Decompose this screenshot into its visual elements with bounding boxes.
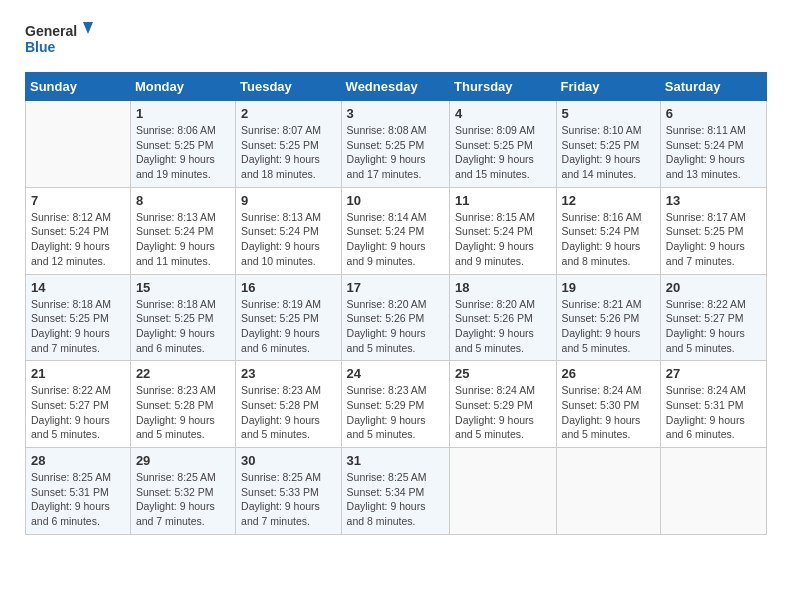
calendar-cell: 19Sunrise: 8:21 AMSunset: 5:26 PMDayligh… — [556, 274, 660, 361]
day-info: Sunrise: 8:08 AMSunset: 5:25 PMDaylight:… — [347, 123, 444, 182]
calendar-cell — [450, 448, 557, 535]
day-number: 9 — [241, 193, 336, 208]
day-number: 27 — [666, 366, 761, 381]
day-info: Sunrise: 8:11 AMSunset: 5:24 PMDaylight:… — [666, 123, 761, 182]
logo-svg: General Blue — [25, 20, 95, 62]
calendar-cell: 9Sunrise: 8:13 AMSunset: 5:24 PMDaylight… — [236, 187, 342, 274]
calendar-cell: 15Sunrise: 8:18 AMSunset: 5:25 PMDayligh… — [130, 274, 235, 361]
day-number: 31 — [347, 453, 444, 468]
day-info: Sunrise: 8:24 AMSunset: 5:30 PMDaylight:… — [562, 383, 655, 442]
day-info: Sunrise: 8:23 AMSunset: 5:28 PMDaylight:… — [241, 383, 336, 442]
day-info: Sunrise: 8:10 AMSunset: 5:25 PMDaylight:… — [562, 123, 655, 182]
calendar-cell: 27Sunrise: 8:24 AMSunset: 5:31 PMDayligh… — [660, 361, 766, 448]
day-info: Sunrise: 8:07 AMSunset: 5:25 PMDaylight:… — [241, 123, 336, 182]
calendar-cell: 11Sunrise: 8:15 AMSunset: 5:24 PMDayligh… — [450, 187, 557, 274]
day-number: 13 — [666, 193, 761, 208]
calendar-cell: 28Sunrise: 8:25 AMSunset: 5:31 PMDayligh… — [26, 448, 131, 535]
day-info: Sunrise: 8:22 AMSunset: 5:27 PMDaylight:… — [31, 383, 125, 442]
calendar-cell — [660, 448, 766, 535]
svg-text:General: General — [25, 23, 77, 39]
day-number: 23 — [241, 366, 336, 381]
calendar-cell: 2Sunrise: 8:07 AMSunset: 5:25 PMDaylight… — [236, 101, 342, 188]
calendar-cell — [26, 101, 131, 188]
day-info: Sunrise: 8:17 AMSunset: 5:25 PMDaylight:… — [666, 210, 761, 269]
calendar-cell: 31Sunrise: 8:25 AMSunset: 5:34 PMDayligh… — [341, 448, 449, 535]
calendar-cell: 3Sunrise: 8:08 AMSunset: 5:25 PMDaylight… — [341, 101, 449, 188]
day-info: Sunrise: 8:16 AMSunset: 5:24 PMDaylight:… — [562, 210, 655, 269]
calendar-cell: 20Sunrise: 8:22 AMSunset: 5:27 PMDayligh… — [660, 274, 766, 361]
calendar-cell: 10Sunrise: 8:14 AMSunset: 5:24 PMDayligh… — [341, 187, 449, 274]
day-number: 17 — [347, 280, 444, 295]
calendar-week-row: 7Sunrise: 8:12 AMSunset: 5:24 PMDaylight… — [26, 187, 767, 274]
day-number: 28 — [31, 453, 125, 468]
day-info: Sunrise: 8:23 AMSunset: 5:29 PMDaylight:… — [347, 383, 444, 442]
day-info: Sunrise: 8:23 AMSunset: 5:28 PMDaylight:… — [136, 383, 230, 442]
calendar-cell: 12Sunrise: 8:16 AMSunset: 5:24 PMDayligh… — [556, 187, 660, 274]
calendar-cell: 21Sunrise: 8:22 AMSunset: 5:27 PMDayligh… — [26, 361, 131, 448]
day-info: Sunrise: 8:12 AMSunset: 5:24 PMDaylight:… — [31, 210, 125, 269]
day-number: 10 — [347, 193, 444, 208]
calendar-header-row: SundayMondayTuesdayWednesdayThursdayFrid… — [26, 73, 767, 101]
day-number: 21 — [31, 366, 125, 381]
svg-text:Blue: Blue — [25, 39, 56, 55]
calendar-cell: 18Sunrise: 8:20 AMSunset: 5:26 PMDayligh… — [450, 274, 557, 361]
day-number: 5 — [562, 106, 655, 121]
calendar-cell: 8Sunrise: 8:13 AMSunset: 5:24 PMDaylight… — [130, 187, 235, 274]
day-number: 19 — [562, 280, 655, 295]
day-info: Sunrise: 8:09 AMSunset: 5:25 PMDaylight:… — [455, 123, 551, 182]
calendar-cell: 29Sunrise: 8:25 AMSunset: 5:32 PMDayligh… — [130, 448, 235, 535]
day-info: Sunrise: 8:25 AMSunset: 5:33 PMDaylight:… — [241, 470, 336, 529]
page-header: General Blue — [25, 20, 767, 62]
calendar-cell: 24Sunrise: 8:23 AMSunset: 5:29 PMDayligh… — [341, 361, 449, 448]
day-number: 3 — [347, 106, 444, 121]
calendar-cell: 4Sunrise: 8:09 AMSunset: 5:25 PMDaylight… — [450, 101, 557, 188]
calendar-header-thursday: Thursday — [450, 73, 557, 101]
calendar-cell: 22Sunrise: 8:23 AMSunset: 5:28 PMDayligh… — [130, 361, 235, 448]
calendar-header-friday: Friday — [556, 73, 660, 101]
calendar-table: SundayMondayTuesdayWednesdayThursdayFrid… — [25, 72, 767, 535]
calendar-cell: 5Sunrise: 8:10 AMSunset: 5:25 PMDaylight… — [556, 101, 660, 188]
day-info: Sunrise: 8:20 AMSunset: 5:26 PMDaylight:… — [455, 297, 551, 356]
calendar-cell: 30Sunrise: 8:25 AMSunset: 5:33 PMDayligh… — [236, 448, 342, 535]
day-info: Sunrise: 8:14 AMSunset: 5:24 PMDaylight:… — [347, 210, 444, 269]
calendar-cell: 14Sunrise: 8:18 AMSunset: 5:25 PMDayligh… — [26, 274, 131, 361]
day-number: 25 — [455, 366, 551, 381]
day-number: 14 — [31, 280, 125, 295]
calendar-week-row: 1Sunrise: 8:06 AMSunset: 5:25 PMDaylight… — [26, 101, 767, 188]
calendar-cell: 25Sunrise: 8:24 AMSunset: 5:29 PMDayligh… — [450, 361, 557, 448]
svg-marker-2 — [83, 22, 93, 34]
day-number: 7 — [31, 193, 125, 208]
calendar-cell: 7Sunrise: 8:12 AMSunset: 5:24 PMDaylight… — [26, 187, 131, 274]
day-info: Sunrise: 8:13 AMSunset: 5:24 PMDaylight:… — [136, 210, 230, 269]
calendar-week-row: 28Sunrise: 8:25 AMSunset: 5:31 PMDayligh… — [26, 448, 767, 535]
day-number: 24 — [347, 366, 444, 381]
day-info: Sunrise: 8:18 AMSunset: 5:25 PMDaylight:… — [136, 297, 230, 356]
day-number: 2 — [241, 106, 336, 121]
calendar-header-tuesday: Tuesday — [236, 73, 342, 101]
calendar-header-wednesday: Wednesday — [341, 73, 449, 101]
day-number: 1 — [136, 106, 230, 121]
day-number: 18 — [455, 280, 551, 295]
day-number: 15 — [136, 280, 230, 295]
calendar-week-row: 14Sunrise: 8:18 AMSunset: 5:25 PMDayligh… — [26, 274, 767, 361]
day-number: 26 — [562, 366, 655, 381]
day-number: 4 — [455, 106, 551, 121]
day-info: Sunrise: 8:25 AMSunset: 5:32 PMDaylight:… — [136, 470, 230, 529]
day-number: 11 — [455, 193, 551, 208]
day-info: Sunrise: 8:06 AMSunset: 5:25 PMDaylight:… — [136, 123, 230, 182]
day-info: Sunrise: 8:13 AMSunset: 5:24 PMDaylight:… — [241, 210, 336, 269]
day-number: 22 — [136, 366, 230, 381]
day-number: 8 — [136, 193, 230, 208]
calendar-cell: 1Sunrise: 8:06 AMSunset: 5:25 PMDaylight… — [130, 101, 235, 188]
calendar-header-monday: Monday — [130, 73, 235, 101]
day-info: Sunrise: 8:21 AMSunset: 5:26 PMDaylight:… — [562, 297, 655, 356]
day-info: Sunrise: 8:24 AMSunset: 5:29 PMDaylight:… — [455, 383, 551, 442]
day-info: Sunrise: 8:24 AMSunset: 5:31 PMDaylight:… — [666, 383, 761, 442]
calendar-cell: 13Sunrise: 8:17 AMSunset: 5:25 PMDayligh… — [660, 187, 766, 274]
day-info: Sunrise: 8:18 AMSunset: 5:25 PMDaylight:… — [31, 297, 125, 356]
day-info: Sunrise: 8:25 AMSunset: 5:34 PMDaylight:… — [347, 470, 444, 529]
day-info: Sunrise: 8:20 AMSunset: 5:26 PMDaylight:… — [347, 297, 444, 356]
day-number: 30 — [241, 453, 336, 468]
day-number: 20 — [666, 280, 761, 295]
day-info: Sunrise: 8:15 AMSunset: 5:24 PMDaylight:… — [455, 210, 551, 269]
